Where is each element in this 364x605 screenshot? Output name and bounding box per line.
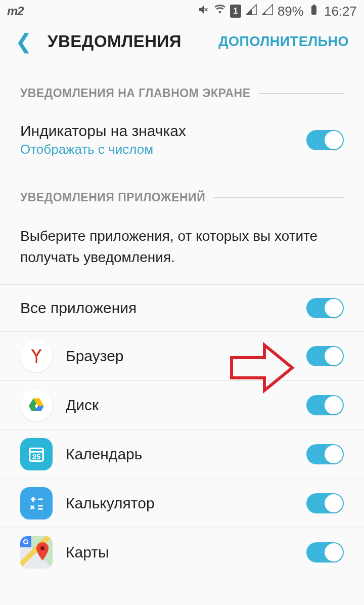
app-name-label: Калькулятор [66, 495, 306, 512]
google-drive-icon [20, 389, 53, 421]
app-toggle[interactable] [306, 444, 344, 464]
signal-1-icon [245, 4, 257, 19]
clock: 16:27 [324, 4, 357, 19]
signal-2-icon [261, 4, 274, 19]
app-row-maps[interactable]: G Карты [0, 528, 364, 577]
app-row-calculator[interactable]: Калькулятор [0, 479, 364, 528]
status-bar: т2 1 89% 16:27 [0, 0, 364, 22]
sim-icon: 1 [230, 5, 241, 18]
svg-rect-0 [36, 357, 37, 363]
app-row-calendar[interactable]: 25 Календарь [0, 430, 364, 479]
status-indicators: 1 89% 16:27 [198, 4, 357, 19]
badge-toggle[interactable] [306, 130, 344, 150]
app-toggle[interactable] [306, 346, 344, 366]
advanced-button[interactable]: ДОПОЛНИТЕЛЬНО [218, 34, 349, 50]
app-name-label: Карты [66, 544, 306, 561]
app-row-disk[interactable]: Диск [0, 381, 364, 430]
section-label: УВЕДОМЛЕНИЯ НА ГЛАВНОМ ЭКРАНЕ [20, 87, 251, 100]
all-apps-row[interactable]: Все приложения [0, 285, 364, 332]
section-label: УВЕДОМЛЕНИЯ ПРИЛОЖЕНИЙ [20, 191, 205, 204]
description-text: Выберите приложения, от которых вы хотит… [20, 226, 344, 268]
app-name-label: Календарь [66, 446, 306, 463]
carrier-label: т2 [7, 4, 24, 18]
battery-percent: 89% [278, 4, 304, 19]
app-toggle[interactable] [306, 493, 344, 513]
all-apps-toggle[interactable] [306, 298, 344, 318]
yandex-browser-icon [20, 340, 53, 372]
google-maps-icon: G [20, 536, 53, 569]
section-home-notifications: УВЕДОМЛЕНИЯ НА ГЛАВНОМ ЭКРАНЕ [0, 68, 364, 107]
calendar-icon: 25 [20, 438, 53, 470]
app-name-label: Браузер [66, 348, 306, 365]
svg-text:G: G [23, 538, 29, 546]
mute-icon [198, 4, 210, 19]
app-row-browser[interactable]: Браузер [0, 332, 364, 381]
app-list: Браузер Диск 25 Календарь Калькулятор G … [0, 332, 364, 577]
all-apps-label: Все приложения [20, 299, 306, 317]
divider [213, 197, 344, 198]
divider [259, 93, 344, 94]
back-button[interactable]: ❮ [15, 31, 32, 52]
app-name-label: Диск [66, 397, 306, 414]
badge-subtitle[interactable]: Отображать с числом [20, 142, 306, 157]
app-toggle[interactable] [306, 542, 344, 563]
svg-text:25: 25 [32, 452, 41, 461]
svg-point-19 [40, 546, 44, 550]
wifi-icon [214, 4, 226, 19]
page-title: УВЕДОМЛЕНИЯ [48, 32, 181, 51]
calculator-icon [20, 487, 53, 520]
app-toggle[interactable] [306, 395, 344, 415]
section-app-notifications: УВЕДОМЛЕНИЯ ПРИЛОЖЕНИЙ [0, 172, 364, 211]
battery-icon [308, 4, 320, 19]
badge-title: Индикаторы на значках [20, 122, 306, 140]
app-header: ❮ УВЕДОМЛЕНИЯ ДОПОЛНИТЕЛЬНО [0, 22, 364, 68]
description-row: Выберите приложения, от которых вы хотит… [0, 211, 364, 285]
badge-indicators-row[interactable]: Индикаторы на значках Отображать с число… [0, 107, 364, 172]
